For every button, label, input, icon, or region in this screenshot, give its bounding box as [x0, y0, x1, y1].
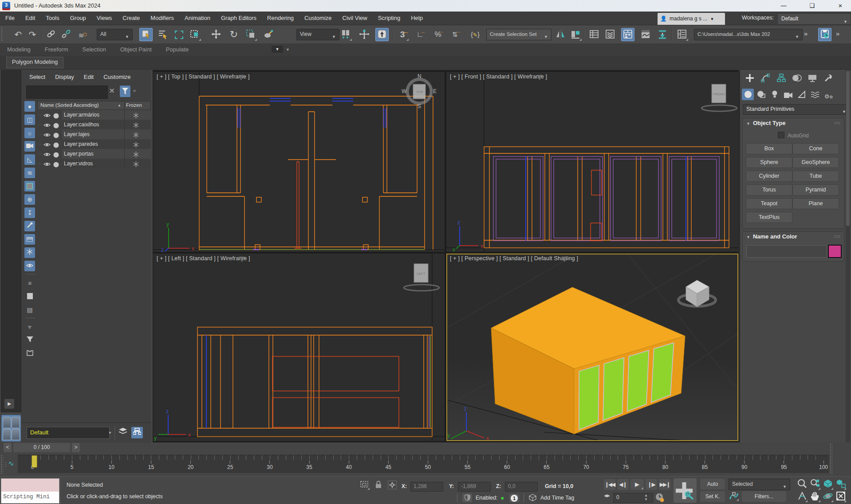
menu-item[interactable]: Graph Editors	[216, 12, 262, 21]
menu-item[interactable]: Create	[117, 12, 145, 21]
ribbon-tab[interactable]: Freeform	[38, 43, 75, 53]
x-coordinate-field[interactable]: 1,286	[410, 482, 443, 492]
menu-item[interactable]: Views	[91, 12, 117, 21]
unlink-selection-icon[interactable]	[59, 28, 73, 41]
scene-explorer-list-button[interactable]	[603, 28, 617, 41]
front-viewport[interactable]: z x y [ + ] [ Front ] [ Standard ] [ Wir…	[446, 72, 738, 252]
frozen-column-header[interactable]: Frozen	[126, 102, 142, 109]
viewcube-compass[interactable]: TOP N W E S	[402, 73, 437, 108]
zoom-all-icon[interactable]	[809, 479, 821, 490]
top-viewport-label[interactable]: [ + ] [ Top ] [ Standard ] [ Wireframe ]	[157, 74, 250, 80]
timeline-ruler[interactable]: 0510152025303540455055606570758085909510…	[18, 455, 829, 473]
toggle-scene-explorer-button[interactable]	[621, 28, 634, 41]
y-coordinate-field[interactable]: -1,869	[458, 482, 491, 492]
go-to-end-button[interactable]: ▶▶❙	[659, 479, 670, 490]
explorer-menu-item[interactable]: Select	[29, 74, 45, 80]
viewport-filter-funnel-icon[interactable]	[561, 256, 568, 262]
quick-access-overflow-button[interactable]: »	[836, 30, 839, 37]
set-key-button[interactable]: Set K.	[700, 491, 725, 502]
display-lights-icon[interactable]: ☼	[24, 128, 35, 138]
ribbon-minimize-icon[interactable]: ▼	[272, 46, 283, 53]
doc-outline-icon[interactable]: ▤	[24, 305, 35, 315]
titlebar[interactable]: 3 Untitled - Autodesk 3ds Max 2024 — ❏ ×	[0, 0, 851, 12]
explorer-table-header[interactable]: Name (Sorted Ascending) ▲ Frozen	[37, 101, 151, 110]
curve-editor-button[interactable]	[639, 28, 652, 41]
viewport-layout-tab[interactable]	[1, 415, 21, 441]
menu-item[interactable]: Help	[406, 12, 428, 21]
systems-category-icon[interactable]: ⚙⚙	[823, 91, 835, 102]
field-of-view-icon[interactable]	[796, 491, 808, 503]
mirror-button[interactable]	[554, 28, 567, 41]
workspace-dropdown[interactable]: Default▼	[777, 13, 851, 25]
select-object-button[interactable]	[139, 28, 153, 41]
display-helpers-icon[interactable]: ◺	[24, 154, 35, 165]
primitive-button[interactable]: Cylinder	[746, 171, 792, 182]
lights-category-icon[interactable]	[769, 89, 781, 101]
menu-item[interactable]: Animation	[179, 12, 216, 21]
ribbon-tab[interactable]: Modeling	[0, 43, 38, 53]
z-coordinate-field[interactable]: 0,0	[505, 482, 538, 492]
viewport-filter-funnel-icon[interactable]	[238, 256, 245, 262]
name-color-rollout-header[interactable]: ▼Name and Color	[743, 232, 844, 242]
chevron-down-icon[interactable]: ▼	[286, 47, 290, 52]
menu-item[interactable]: Customize	[299, 12, 337, 21]
close-button[interactable]: ×	[831, 0, 850, 12]
selection-set-field[interactable]: Create Selection Set▼	[486, 29, 552, 40]
menu-item[interactable]: File	[0, 12, 20, 21]
primitive-button[interactable]: Cone	[792, 143, 839, 154]
select-and-place-button[interactable]	[262, 28, 275, 41]
viewport-filter-funnel-icon[interactable]	[536, 74, 543, 81]
primitive-button[interactable]: Teapot	[746, 198, 792, 209]
primitive-category-dropdown[interactable]: Standard Primitives▼	[743, 104, 850, 115]
rollout-grip[interactable]	[834, 121, 840, 125]
menu-item[interactable]: Edit	[20, 12, 40, 21]
primitive-button[interactable]: Tube	[792, 171, 839, 182]
primitive-button[interactable]: Sphere	[746, 157, 792, 168]
reference-coordinate-dropdown[interactable]: View▼	[296, 29, 339, 40]
perspective-viewport[interactable]: z x y [ + ] [ Perspective ] [ Standard ]…	[446, 254, 738, 441]
display-xrefs-icon[interactable]: ⊕	[24, 194, 35, 205]
toolbar-overflow-button[interactable]: »	[804, 30, 807, 37]
orbit-icon[interactable]	[822, 491, 834, 503]
selection-filter-dropdown[interactable]: All▼	[97, 29, 133, 40]
filter-config-icon[interactable]: ▼	[24, 322, 35, 332]
left-viewport-label[interactable]: [ + ] [ Left ] [ Standard ] [ Wireframe …	[157, 255, 250, 262]
minimize-button[interactable]: —	[774, 0, 793, 12]
project-folder-dropdown[interactable]: C:\Users\madal...s\3ds Max 202▼	[694, 29, 803, 40]
percent-snap-toggle[interactable]: %⌒	[431, 28, 445, 41]
scripting-mini-listener[interactable]: Scripting Mini	[1, 492, 59, 504]
play-button[interactable]: ▶	[630, 479, 644, 490]
adaptive-degradation-button[interactable]: 1	[509, 494, 519, 502]
display-containers-icon[interactable]	[24, 234, 35, 245]
display-geometry-icon[interactable]: ●	[24, 101, 35, 112]
display-bones-icon[interactable]	[24, 221, 35, 231]
chevron-down-icon[interactable]: ▼	[108, 431, 112, 435]
polygon-modeling-panel-button[interactable]: Polygon Modeling	[6, 57, 63, 68]
display-cameras-icon[interactable]	[24, 141, 35, 152]
account-chip[interactable]: 👤madalena g s ...▼	[658, 13, 725, 25]
object-name-field[interactable]	[746, 245, 827, 258]
previous-frame-button[interactable]: <	[4, 443, 12, 452]
redo-button[interactable]: ↷	[26, 28, 39, 41]
frozen-toggle-icon[interactable]	[133, 160, 139, 170]
archive-box-icon[interactable]	[24, 348, 35, 359]
display-hidden-icon[interactable]	[24, 261, 35, 271]
name-column-header[interactable]: Name (Sorted Ascending)	[38, 102, 99, 108]
next-frame-button[interactable]: >	[72, 443, 80, 452]
layer-row[interactable]: ⋯ Layer:paredes	[37, 139, 151, 149]
object-type-rollout-header[interactable]: ▼Object Type	[743, 118, 844, 128]
key-filters-button[interactable]: Filters...	[742, 491, 786, 502]
window-crossing-toggle[interactable]	[188, 28, 201, 41]
doc-lines-icon[interactable]: ≡	[24, 278, 35, 289]
hierarchy-tab[interactable]	[774, 74, 788, 84]
zoom-extents-icon[interactable]	[822, 479, 834, 490]
viewport-filter-funnel-icon[interactable]	[237, 74, 244, 81]
primitive-button[interactable]: Pyramid	[792, 184, 839, 195]
spacewarps-category-icon[interactable]	[809, 89, 821, 101]
primitive-button[interactable]: GeoSphere	[792, 157, 839, 168]
select-and-manipulate-button[interactable]	[375, 28, 389, 41]
degradation-shield-icon[interactable]	[462, 493, 472, 502]
primitive-button[interactable]: Torus	[746, 184, 792, 195]
layer-manager-button[interactable]	[587, 28, 601, 41]
motion-tab[interactable]	[790, 74, 804, 84]
